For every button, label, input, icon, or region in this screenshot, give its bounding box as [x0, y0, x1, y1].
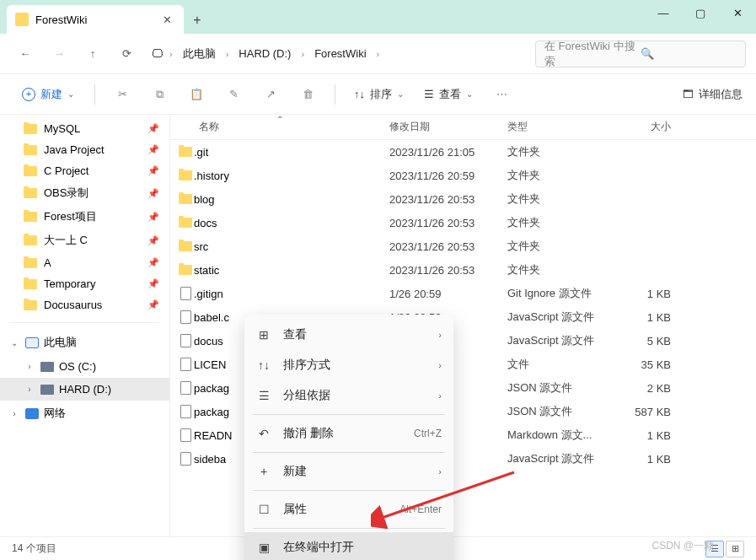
- address-bar[interactable]: 🖵 › 此电脑 › HARD (D:) › ForestWiki ›: [145, 45, 532, 63]
- chevron-right-icon[interactable]: ›: [24, 385, 35, 394]
- search-input[interactable]: 在 ForestWiki 中搜索 🔍: [535, 40, 746, 67]
- chevron-right-icon: ›: [438, 360, 442, 370]
- file-date: 1/26 20:59: [389, 288, 507, 300]
- sidebar-item[interactable]: Temporary📌: [0, 273, 169, 294]
- ctx-group[interactable]: ☰ 分组依据 ›: [244, 380, 453, 411]
- sidebar-item-network[interactable]: › 网络: [0, 401, 169, 426]
- sidebar-item-label: Java Project: [44, 143, 105, 156]
- pin-icon[interactable]: 📌: [147, 188, 159, 199]
- column-size[interactable]: 大小: [617, 120, 684, 134]
- paste-icon[interactable]: 📋: [181, 79, 212, 110]
- folder-icon: [24, 235, 37, 245]
- close-button[interactable]: ✕: [719, 0, 756, 25]
- grid-view-toggle[interactable]: ⊞: [726, 541, 744, 557]
- delete-icon[interactable]: 🗑: [292, 79, 323, 110]
- sidebar-item[interactable]: Docusaurus📌: [0, 294, 169, 315]
- file-row[interactable]: src2023/11/26 20:53文件夹: [170, 234, 756, 258]
- search-icon: 🔍: [641, 47, 737, 60]
- back-button[interactable]: ←: [10, 39, 40, 69]
- breadcrumb[interactable]: 此电脑: [180, 45, 219, 63]
- ctx-undo[interactable]: ↶ 撤消 删除 Ctrl+Z: [244, 418, 453, 449]
- folder-icon: [179, 147, 192, 157]
- sidebar-item[interactable]: C Project📌: [0, 160, 169, 181]
- sidebar-item-label: 大一上 C: [44, 233, 88, 248]
- more-icon[interactable]: ⋯: [486, 79, 517, 110]
- chevron-right-icon: ›: [438, 330, 442, 340]
- new-button[interactable]: + 新建 ⌄: [13, 82, 83, 107]
- pin-icon[interactable]: 📌: [147, 212, 159, 223]
- sidebar-item-drive[interactable]: › OS (C:): [0, 355, 169, 378]
- pin-icon[interactable]: 📌: [147, 235, 159, 246]
- file-size: 2 KB: [617, 382, 684, 395]
- sidebar-item-label: Forest项目: [44, 209, 97, 224]
- chevron-right-icon: ›: [438, 466, 442, 477]
- file-name: src: [194, 240, 389, 253]
- sidebar-item-drive[interactable]: › HARD (D:): [0, 378, 169, 401]
- pin-icon[interactable]: 📌: [147, 144, 159, 155]
- file-row[interactable]: .gitign1/26 20:59Git Ignore 源文件1 KB: [170, 282, 756, 305]
- rename-icon[interactable]: ✎: [218, 79, 249, 110]
- folder-icon: [24, 166, 37, 176]
- column-date[interactable]: 修改日期: [389, 120, 507, 134]
- sidebar-item[interactable]: Forest项目📌: [0, 205, 169, 229]
- file-name: .history: [194, 170, 389, 182]
- pin-icon[interactable]: 📌: [147, 257, 159, 268]
- file-row[interactable]: static2023/11/26 20:53文件夹: [170, 258, 756, 282]
- column-type[interactable]: 类型: [507, 120, 617, 134]
- share-icon[interactable]: ↗: [255, 79, 286, 110]
- plus-icon: +: [22, 88, 35, 101]
- file-type: JSON 源文件: [507, 404, 617, 419]
- file-size: 1 KB: [617, 429, 684, 442]
- refresh-button[interactable]: ⟳: [111, 39, 142, 69]
- sort-button[interactable]: ↑↓ 排序 ⌄: [347, 82, 410, 107]
- file-row[interactable]: .history2023/11/26 20:59文件夹: [170, 164, 756, 187]
- ctx-view[interactable]: ⊞ 查看 ›: [244, 320, 453, 350]
- context-menu: ⊞ 查看 › ↑↓ 排序方式 › ☰ 分组依据 › ↶ 撤消 删除 Ctrl+Z…: [244, 315, 453, 560]
- file-row[interactable]: .git2023/11/26 21:05文件夹: [170, 140, 756, 164]
- details-icon: 🗔: [683, 88, 694, 100]
- file-icon: [180, 381, 191, 395]
- copy-icon[interactable]: ⧉: [144, 79, 174, 110]
- navbar: ← → ↑ ⟳ 🖵 › 此电脑 › HARD (D:) › ForestWiki…: [0, 34, 756, 74]
- close-icon[interactable]: ✕: [159, 13, 175, 26]
- details-button[interactable]: 🗔 详细信息: [683, 87, 743, 102]
- ctx-open-terminal[interactable]: ▣ 在终端中打开: [244, 532, 453, 560]
- sidebar-item[interactable]: A📌: [0, 252, 169, 273]
- sidebar-item[interactable]: MySQL📌: [0, 118, 169, 139]
- forward-button[interactable]: →: [44, 39, 74, 69]
- pin-icon[interactable]: 📌: [147, 123, 159, 134]
- maximize-button[interactable]: ▢: [682, 0, 719, 25]
- breadcrumb[interactable]: ForestWiki: [311, 46, 369, 62]
- folder-icon: [179, 218, 192, 228]
- sidebar-item-label: A: [44, 256, 51, 269]
- item-count: 14 个项目: [12, 541, 56, 556]
- column-name[interactable]: ⌃ 名称: [170, 120, 389, 134]
- file-icon: [180, 334, 191, 347]
- chevron-down-icon[interactable]: ⌄: [8, 338, 20, 347]
- ctx-properties[interactable]: ☐ 属性 Alt+Enter: [244, 494, 453, 525]
- sidebar-item[interactable]: Java Project📌: [0, 139, 169, 160]
- terminal-icon: ▣: [256, 540, 271, 555]
- minimize-button[interactable]: —: [645, 0, 682, 25]
- sidebar-item[interactable]: 大一上 C📌: [0, 229, 169, 252]
- chevron-right-icon[interactable]: ›: [24, 362, 35, 371]
- pin-icon[interactable]: 📌: [147, 299, 159, 310]
- view-icon: ☰: [424, 88, 434, 100]
- breadcrumb[interactable]: HARD (D:): [235, 46, 294, 62]
- ctx-new[interactable]: + 新建 ›: [244, 456, 453, 487]
- view-button[interactable]: ☰ 查看 ⌄: [417, 82, 480, 107]
- pin-icon[interactable]: 📌: [147, 278, 159, 289]
- file-row[interactable]: blog2023/11/26 20:53文件夹: [170, 187, 756, 211]
- ctx-sort[interactable]: ↑↓ 排序方式 ›: [244, 350, 453, 380]
- chevron-right-icon[interactable]: ›: [8, 409, 20, 418]
- file-date: 2023/11/26 20:59: [389, 170, 507, 182]
- new-tab-button[interactable]: +: [184, 7, 211, 34]
- tab[interactable]: ForestWiki ✕: [7, 5, 184, 34]
- sidebar-item[interactable]: OBS录制📌: [0, 181, 169, 205]
- pin-icon[interactable]: 📌: [147, 165, 159, 176]
- file-row[interactable]: docs2023/11/26 20:53文件夹: [170, 211, 756, 234]
- cut-icon[interactable]: ✂: [107, 79, 137, 110]
- sidebar-item-thispc[interactable]: ⌄ 此电脑: [0, 330, 169, 355]
- folder-icon: [24, 279, 37, 289]
- up-button[interactable]: ↑: [78, 39, 108, 69]
